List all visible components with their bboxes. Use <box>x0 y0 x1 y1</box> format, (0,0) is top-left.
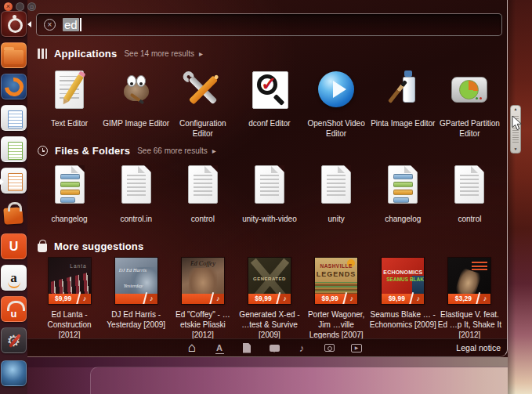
mouse-cursor <box>512 115 523 134</box>
suggestion-dj-ed-harris[interactable]: DJ Ed Harris Yesterday ♪ DJ Ed Harris - … <box>103 258 169 340</box>
scroll-down-icon[interactable]: ▼ <box>514 147 518 151</box>
applications-more-results-link[interactable]: See 14 more results ▸ <box>124 49 203 58</box>
album-cover: $3,29♪ <box>448 258 490 304</box>
suggestions-section-header: More suggestions <box>38 240 143 253</box>
music-lens-button[interactable]: ♪ <box>295 342 308 354</box>
result-configuration-editor[interactable]: Configuration Editor <box>169 67 236 139</box>
files-lens-button[interactable] <box>241 342 253 354</box>
videos-lens-button[interactable]: ▶ <box>350 342 363 354</box>
price-ribbon: $9,99♪ <box>248 294 291 304</box>
result-dconf-editor[interactable]: ✓ dconf Editor <box>236 67 302 139</box>
result-label: GParted Partition Editor <box>436 118 503 139</box>
files-section-title: Files & Folders <box>55 145 130 157</box>
result-label: Pinta Image Editor <box>371 118 435 128</box>
price-ribbon: $9,99♪ <box>382 294 424 304</box>
dash-focus-arrow <box>27 21 31 27</box>
launcher-item-system-settings[interactable]: ⚙ <box>1 327 27 353</box>
result-label: control <box>191 214 215 224</box>
lens-icons: ⌂ A ♪ ▶ <box>186 339 363 356</box>
result-label: dconf Editor <box>248 118 290 128</box>
home-lens-button[interactable]: ⌂ <box>186 342 198 354</box>
result-text-editor[interactable]: Text Editor <box>36 67 103 139</box>
result-pinta-image-editor[interactable]: Pinta Image Editor <box>370 67 436 139</box>
result-file-changelog[interactable]: changelog <box>36 163 103 224</box>
launcher-item-ubuntu-one-music[interactable]: u <box>1 296 27 322</box>
launcher-item-amazon[interactable]: a <box>1 265 27 291</box>
suggestion-elastique-v[interactable]: $3,29♪ Elastique V. feat. Ed …p It, Shak… <box>436 258 503 340</box>
suggestion-ed-coffey[interactable]: Ed Coffey ♪ Ed "Coffey" - …etskie Pliask… <box>169 258 236 340</box>
text-file-icon <box>454 165 484 204</box>
music-note-icon: ♪ <box>79 294 91 304</box>
close-button[interactable]: × <box>4 2 13 11</box>
result-label: Elastique V. feat. Ed …p It, Shake It [2… <box>436 309 503 340</box>
result-label: Generated X-ed - …test & Survive [2009] <box>236 309 302 340</box>
launcher-item-firefox[interactable] <box>1 74 27 99</box>
configuration-editor-icon <box>180 67 226 113</box>
launcher-item-ubuntu-dash[interactable] <box>1 11 27 37</box>
music-note-icon: ♪ <box>212 294 224 304</box>
launcher-item-libreoffice-writer[interactable] <box>1 105 27 131</box>
suggestion-ed-lanta[interactable]: Lanta $9,99♪ Ed Lanta - Construction [20… <box>36 258 103 340</box>
music-note-icon: ♪ <box>146 294 157 304</box>
price-label <box>115 294 145 304</box>
applications-results-row: Text Editor GIMP Image Editor Configurat… <box>36 67 503 139</box>
search-input[interactable]: × ed <box>36 13 502 36</box>
result-file-changelog-2[interactable]: changelog <box>370 163 436 224</box>
lens-bar: ⌂ A ♪ ▶ Legal notice <box>27 338 508 356</box>
photos-lens-button[interactable] <box>323 342 335 354</box>
shopping-bag-icon <box>38 244 47 252</box>
suggestions-results-row: Lanta $9,99♪ Ed Lanta - Construction [20… <box>36 258 503 340</box>
result-file-unity[interactable]: unity <box>303 163 370 224</box>
dash-shadow-band <box>27 357 508 367</box>
result-file-control[interactable]: control <box>169 163 236 224</box>
minimize-button[interactable] <box>16 2 24 11</box>
result-openshot-video-editor[interactable]: OpenShot Video Editor <box>303 67 370 139</box>
scroll-up-icon[interactable]: ▲ <box>514 107 518 111</box>
result-label: control <box>458 214 481 224</box>
openshot-icon <box>313 67 359 113</box>
result-label: Configuration Editor <box>169 118 236 139</box>
clock-icon <box>38 146 48 156</box>
applications-section-title: Applications <box>54 48 117 60</box>
messages-lens-button[interactable] <box>268 342 280 354</box>
album-cover: ECHONOMICS SEAMUS BLAKE $9,99♪ <box>382 258 424 304</box>
filter-icon <box>38 49 47 59</box>
applications-lens-button[interactable]: A <box>213 342 226 354</box>
launcher-item-libreoffice-calc[interactable] <box>1 136 27 162</box>
files-more-results-link[interactable]: See 66 more results ▸ <box>137 146 216 155</box>
suggestion-seamus-blake[interactable]: ECHONOMICS SEAMUS BLAKE $9,99♪ Seamus Bl… <box>370 258 436 340</box>
pinta-icon <box>380 67 425 113</box>
suggestion-generated-x-ed[interactable]: GENERATED $9,99♪ Generated X-ed - …test … <box>236 258 302 340</box>
result-file-control-in[interactable]: control.in <box>103 163 169 224</box>
home-icon: ⌂ <box>188 341 196 354</box>
launcher-item-ubuntu-one[interactable]: U <box>1 233 27 259</box>
result-label: unity <box>328 214 345 224</box>
music-note-icon: ♪ <box>299 343 305 353</box>
launcher-item-ubuntu-software-center[interactable] <box>1 201 27 226</box>
price-label: $9,99 <box>49 294 78 304</box>
price-ribbon: $3,29♪ <box>448 294 490 304</box>
gimp-icon <box>114 67 159 113</box>
price-ribbon: $9,99♪ <box>315 294 357 304</box>
result-gimp-image-editor[interactable]: GIMP Image Editor <box>103 67 169 139</box>
album-cover: GENERATED $9,99♪ <box>248 258 291 304</box>
search-query: ed <box>63 18 81 31</box>
maximize-button[interactable]: □ <box>27 2 36 11</box>
price-label: $9,99 <box>315 294 345 304</box>
result-file-unity-with-video[interactable]: unity-with-video <box>236 163 302 224</box>
launcher-item-libreoffice-impress[interactable] <box>1 168 27 193</box>
file-icon <box>243 343 251 353</box>
suggestions-section-title: More suggestions <box>54 240 143 252</box>
chat-bubble-icon <box>270 345 280 352</box>
music-note-icon: ♪ <box>346 294 357 304</box>
legal-notice-link[interactable]: Legal notice <box>456 339 501 356</box>
launcher-item-files[interactable] <box>1 42 27 68</box>
launcher-item-web-app[interactable] <box>1 360 27 386</box>
ubuntu-one-icon: U <box>2 234 26 258</box>
clear-search-icon[interactable]: × <box>44 19 56 31</box>
result-gparted-partition-editor[interactable]: GParted Partition Editor <box>436 67 503 139</box>
result-label: OpenShot Video Editor <box>303 118 370 139</box>
gparted-icon <box>447 67 492 113</box>
suggestion-porter-wagoner[interactable]: NASHVILLE LEGENDS $9,99♪ Porter Wagoner,… <box>303 258 370 340</box>
result-file-control-2[interactable]: control <box>436 163 503 224</box>
